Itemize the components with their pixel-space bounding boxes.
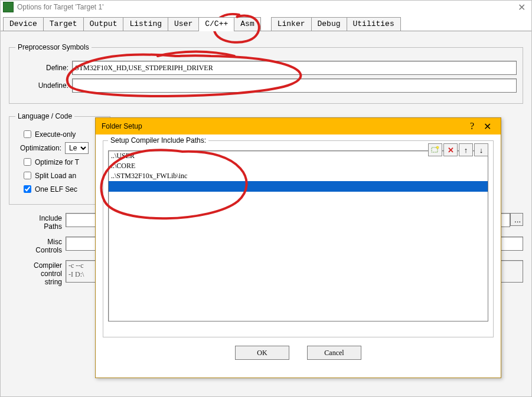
move-up-icon[interactable]: ↑ — [459, 143, 473, 156]
tab-asm[interactable]: Asm — [234, 17, 260, 31]
options-dialog: Options for Target 'Target 1' ✕ DeviceTa… — [0, 0, 532, 397]
app-icon — [3, 2, 14, 12]
define-input[interactable] — [72, 61, 517, 75]
tab-user[interactable]: User — [168, 17, 199, 31]
execute-only-checkbox[interactable] — [24, 130, 31, 138]
split-load-label: Split Load an — [35, 172, 76, 180]
define-label: Define: — [15, 64, 68, 72]
svg-point-1 — [436, 146, 439, 149]
split-load-checkbox[interactable] — [24, 172, 31, 179]
include-paths-list[interactable]: ..\USER..\CORE..\STM32F10x_FWLib\inc — [108, 150, 488, 321]
modal-close-icon[interactable]: ✕ — [480, 121, 495, 132]
language-legend: Language / Code — [15, 112, 74, 120]
tab-device[interactable]: Device — [3, 17, 44, 31]
modal-body: Setup Compiler Include Paths: ✕ ↑ ↓ ..\U… — [96, 134, 501, 366]
tab-listing[interactable]: Listing — [123, 17, 168, 31]
modal-title: Folder Setup — [102, 122, 464, 130]
undefine-input[interactable] — [72, 78, 517, 93]
include-paths-group: Setup Compiler Include Paths: ✕ ↑ ↓ ..\U… — [103, 140, 494, 337]
modal-title-bar: Folder Setup ? ✕ — [96, 118, 501, 134]
close-icon[interactable]: ✕ — [514, 2, 529, 13]
list-item[interactable]: ..\STM32F10x_FWLib\inc — [109, 171, 488, 181]
list-item-selected[interactable] — [109, 181, 488, 192]
one-elf-checkbox[interactable] — [24, 185, 31, 193]
optimization-combo[interactable]: Le — [65, 142, 89, 154]
optimize-time-checkbox[interactable] — [24, 158, 31, 166]
compiler-string-label: Compiler control string — [9, 260, 62, 286]
optimization-label: Optimization: — [20, 144, 61, 152]
help-icon[interactable]: ? — [464, 121, 480, 132]
include-paths-browse-button[interactable]: ... — [510, 213, 523, 226]
move-down-icon[interactable]: ↓ — [474, 143, 488, 156]
include-paths-group-label: Setup Compiler Include Paths: — [108, 136, 208, 145]
tab-cc[interactable]: C/C++ — [198, 17, 234, 31]
modal-cancel-button[interactable]: Cancel — [307, 346, 361, 360]
misc-controls-label: Misc Controls — [9, 237, 62, 254]
modal-button-strip: OK Cancel — [103, 346, 494, 360]
include-paths-label: Include Paths — [9, 213, 62, 231]
list-item[interactable]: ..\CORE — [109, 161, 488, 171]
optimize-time-label: Optimize for T — [35, 158, 79, 166]
tab-output[interactable]: Output — [83, 17, 124, 31]
preprocessor-group: Preprocessor Symbols Define: Undefine: — [9, 43, 523, 104]
preprocessor-legend: Preprocessor Symbols — [15, 43, 92, 51]
delete-icon[interactable]: ✕ — [443, 143, 458, 156]
tab-debug[interactable]: Debug — [311, 17, 347, 31]
undefine-label: Undefine: — [15, 81, 68, 90]
folder-setup-dialog: Folder Setup ? ✕ Setup Compiler Include … — [95, 117, 501, 378]
tab-target[interactable]: Target — [43, 17, 84, 31]
one-elf-label: One ELF Sec — [35, 185, 77, 193]
title-bar: Options for Target 'Target 1' ✕ — [1, 1, 531, 14]
modal-toolbar: ✕ ↑ ↓ — [428, 143, 488, 156]
new-folder-icon[interactable] — [428, 143, 442, 156]
tab-linker[interactable]: Linker — [271, 17, 312, 31]
tab-strip: DeviceTargetOutputListingUserC/C++AsmLin… — [1, 14, 531, 31]
window-title: Options for Target 'Target 1' — [17, 3, 514, 11]
execute-only-label: Execute-only — [35, 130, 76, 139]
modal-ok-button[interactable]: OK — [235, 346, 289, 360]
tab-utilities[interactable]: Utilities — [347, 17, 401, 31]
